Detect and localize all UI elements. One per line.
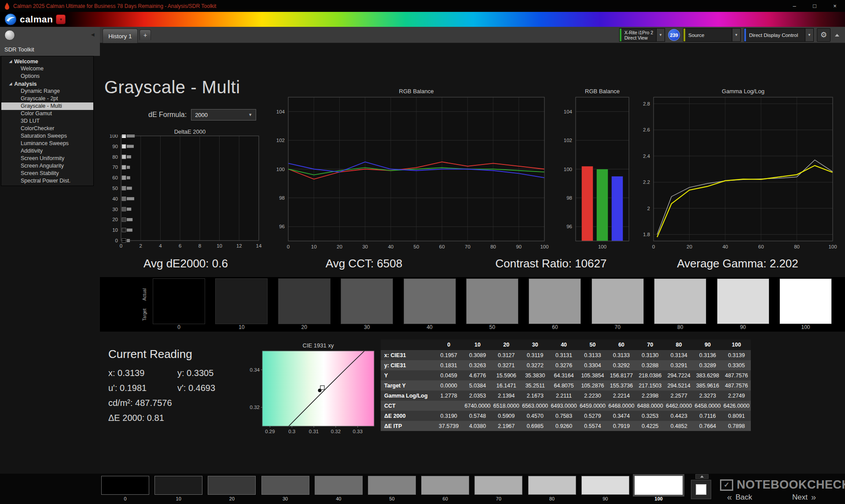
- titlebar: Calman 2025 Calman Ultimate for Business…: [0, 0, 845, 12]
- sidebar-item-screen-uniformity[interactable]: Screen Uniformity: [1, 155, 93, 162]
- sidebar-item-options[interactable]: Options: [1, 73, 93, 80]
- table-cell: 6488.0000: [636, 401, 665, 411]
- table-cell: 4.0380: [463, 421, 492, 431]
- tree-section-label: Analysis: [14, 81, 37, 87]
- add-tab-button[interactable]: +: [140, 29, 151, 40]
- sidebar-item-screen-angularity[interactable]: Screen Angularity: [1, 162, 93, 170]
- sidebar-collapse-button[interactable]: ◄: [90, 31, 96, 38]
- meter-dropdown[interactable]: X-Rite i1Pro 2 Direct View ▼: [619, 28, 665, 42]
- table-cell: 0.3276: [549, 360, 578, 370]
- reading-value: v': 0.4693: [177, 383, 215, 393]
- reading-row: cd/m²: 487.7576: [108, 398, 215, 413]
- home-button[interactable]: [4, 30, 15, 40]
- brand-menu-button[interactable]: ▼: [56, 15, 66, 24]
- table-cell: 6468.0000: [607, 401, 636, 411]
- minimize-button[interactable]: –: [784, 0, 805, 12]
- svg-text:8: 8: [198, 243, 201, 248]
- table-cell: 2.0353: [463, 391, 492, 401]
- sidebar-item-3d-lut[interactable]: 3D LUT: [1, 117, 93, 125]
- de-formula-select[interactable]: 2000 ▼: [191, 109, 256, 121]
- stat-avg-de2000: Avg dE2000: 0.6: [143, 257, 228, 270]
- svg-text:100: 100: [540, 244, 548, 249]
- pattern-patch-100[interactable]: [635, 476, 683, 495]
- svg-text:0: 0: [120, 243, 122, 248]
- de-formula-label: dE Formula:: [148, 111, 187, 119]
- tree-expander-icon: ◢: [9, 82, 12, 86]
- pattern-patch-label-100: 100: [635, 496, 683, 501]
- reading-value: y: 0.3305: [177, 368, 213, 378]
- svg-text:30: 30: [362, 244, 368, 249]
- tree-section-analysis[interactable]: ◢Analysis: [1, 80, 93, 88]
- pattern-window-button[interactable]: [691, 480, 711, 499]
- window-controls: – □ ×: [784, 0, 845, 12]
- table-cell: 0.1831: [434, 360, 463, 370]
- sidebar-item-welcome[interactable]: Welcome: [1, 65, 93, 73]
- sidebar-item-grayscale-multi[interactable]: Grayscale - Multi: [1, 102, 93, 110]
- maximize-button[interactable]: □: [805, 0, 825, 12]
- current-reading-title: Current Reading: [108, 347, 215, 361]
- settings-gear-button[interactable]: ⚙: [817, 28, 830, 42]
- table-cell: 0.5574: [578, 421, 607, 431]
- pattern-patch-60[interactable]: [421, 476, 469, 495]
- sidebar-item-luminance-sweeps[interactable]: Luminance Sweeps: [1, 140, 93, 147]
- pattern-patch-20[interactable]: [208, 476, 256, 495]
- svg-text:60: 60: [439, 244, 445, 249]
- tab-history-1[interactable]: History 1: [103, 29, 138, 43]
- tree-section-welcome[interactable]: ◢Welcome: [1, 58, 93, 65]
- svg-text:0.3: 0.3: [288, 429, 295, 434]
- sidebar-item-additivity[interactable]: Additivity: [1, 147, 93, 155]
- collapse-panel-button[interactable]: [834, 28, 841, 42]
- back-button[interactable]: « Back: [727, 492, 752, 502]
- sidebar-item-color-gamut[interactable]: Color Gamut: [1, 110, 93, 117]
- pattern-patch-80[interactable]: [528, 476, 576, 495]
- chevron-up-icon: [835, 34, 839, 37]
- brand-bar: calman ▼: [0, 12, 845, 27]
- source-dropdown[interactable]: Source ▼: [683, 28, 741, 42]
- plus-icon: +: [143, 32, 147, 39]
- pattern-patch-90[interactable]: [581, 476, 629, 495]
- pattern-patch-30[interactable]: [261, 476, 309, 495]
- sidebar-item-dynamic-range[interactable]: Dynamic Range: [1, 88, 93, 95]
- chevron-down-icon: ▼: [805, 29, 813, 41]
- gear-icon: ⚙: [820, 30, 827, 40]
- pattern-patch-label-80: 80: [528, 496, 576, 501]
- pattern-patch-label-10: 10: [154, 496, 202, 501]
- sidebar-tree: ◢WelcomeWelcomeOptions◢AnalysisDynamic R…: [1, 56, 94, 186]
- pattern-patch-label-90: 90: [581, 496, 629, 501]
- next-button[interactable]: Next »: [792, 492, 816, 502]
- swatch-label-70: 70: [592, 324, 644, 330]
- sidebar-item-screen-stability[interactable]: Screen Stability: [1, 170, 93, 177]
- pattern-patch-0[interactable]: [101, 476, 149, 495]
- table-cell: 2.2577: [665, 391, 693, 401]
- table-cell: 0.4423: [665, 411, 693, 421]
- swatch-label-0: 0: [153, 324, 205, 330]
- gray-swatch-10: [215, 278, 268, 324]
- row-label: ΔE ITP: [381, 421, 434, 431]
- pattern-patch-10[interactable]: [154, 476, 202, 495]
- meter-count-badge[interactable]: 239: [668, 29, 680, 41]
- expand-pattern-tray-button[interactable]: [695, 474, 709, 479]
- pattern-patch-40[interactable]: [315, 476, 363, 495]
- table-cell: 6459.0000: [578, 401, 607, 411]
- pattern-patch-50[interactable]: [368, 476, 416, 495]
- table-col-header: 20: [492, 340, 521, 350]
- table-cell: 0.5748: [463, 411, 492, 421]
- svg-text:0.34: 0.34: [250, 367, 260, 373]
- table-cell: 0.3139: [722, 350, 751, 360]
- display-control-label: Direct Display Control: [749, 33, 802, 38]
- pattern-patch-70[interactable]: [474, 476, 522, 495]
- table-col-header: [381, 340, 434, 350]
- sidebar-item-spectral-power-dist[interactable]: Spectral Power Dist.: [1, 177, 93, 185]
- close-button[interactable]: ×: [825, 0, 845, 12]
- svg-text:80: 80: [490, 244, 496, 249]
- tree-section-label: Welcome: [14, 58, 38, 65]
- display-control-dropdown[interactable]: Direct Display Control ▼: [744, 28, 814, 42]
- pattern-patch-label-30: 30: [261, 496, 309, 501]
- sidebar-item-saturation-sweeps[interactable]: Saturation Sweeps: [1, 132, 93, 140]
- table-cell: 2.2230: [578, 391, 607, 401]
- sidebar-item-colorchecker[interactable]: ColorChecker: [1, 125, 93, 132]
- back-label: Back: [735, 493, 752, 502]
- table-cell: 0.3089: [463, 350, 492, 360]
- meter-mode: Direct View: [625, 35, 653, 40]
- sidebar-item-grayscale-2pt[interactable]: Grayscale - 2pt: [1, 95, 93, 102]
